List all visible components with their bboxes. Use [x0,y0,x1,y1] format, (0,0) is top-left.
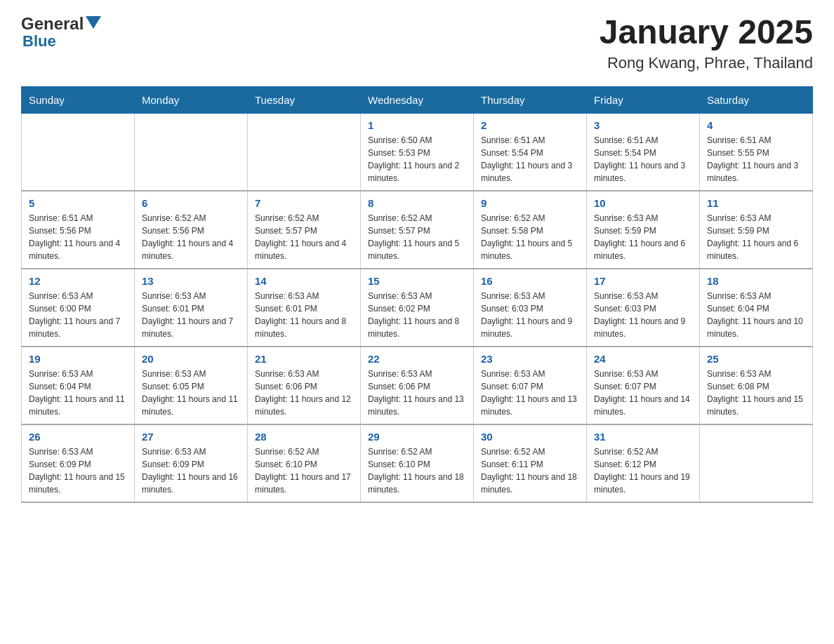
day-number: 13 [142,275,240,287]
calendar-cell: 11Sunrise: 6:53 AMSunset: 5:59 PMDayligh… [700,191,813,269]
day-info: Sunrise: 6:52 AMSunset: 5:57 PMDaylight:… [368,212,466,262]
day-number: 16 [481,275,579,287]
day-info: Sunrise: 6:53 AMSunset: 6:07 PMDaylight:… [594,368,692,418]
logo-general-text: General [21,14,84,34]
calendar-cell: 12Sunrise: 6:53 AMSunset: 6:00 PMDayligh… [22,269,135,347]
day-number: 22 [368,353,466,365]
day-number: 4 [707,119,805,131]
calendar-cell: 30Sunrise: 6:52 AMSunset: 6:11 PMDayligh… [474,424,587,502]
calendar-cell [248,113,361,191]
calendar-cell: 9Sunrise: 6:52 AMSunset: 5:58 PMDaylight… [474,191,587,269]
day-number: 12 [29,275,127,287]
calendar-cell: 18Sunrise: 6:53 AMSunset: 6:04 PMDayligh… [700,269,813,347]
day-number: 24 [594,353,692,365]
day-info: Sunrise: 6:53 AMSunset: 6:01 PMDaylight:… [255,290,353,340]
calendar-table: SundayMondayTuesdayWednesdayThursdayFrid… [21,86,813,503]
day-info: Sunrise: 6:51 AMSunset: 5:55 PMDaylight:… [707,134,805,185]
day-info: Sunrise: 6:53 AMSunset: 6:09 PMDaylight:… [29,445,127,496]
day-number: 1 [368,119,466,131]
day-info: Sunrise: 6:51 AMSunset: 5:54 PMDaylight:… [594,134,692,185]
calendar-cell: 25Sunrise: 6:53 AMSunset: 6:08 PMDayligh… [700,347,813,424]
day-info: Sunrise: 6:52 AMSunset: 6:10 PMDaylight:… [255,445,353,496]
day-number: 18 [707,275,805,287]
calendar-cell: 1Sunrise: 6:50 AMSunset: 5:53 PMDaylight… [361,113,474,191]
day-info: Sunrise: 6:53 AMSunset: 6:02 PMDaylight:… [368,290,466,340]
day-info: Sunrise: 6:53 AMSunset: 6:04 PMDaylight:… [707,290,805,340]
day-number: 19 [29,353,127,365]
header-cell-monday: Monday [135,86,248,113]
day-info: Sunrise: 6:53 AMSunset: 5:59 PMDaylight:… [707,212,805,262]
day-number: 15 [368,275,466,287]
header-cell-tuesday: Tuesday [248,86,361,113]
day-info: Sunrise: 6:53 AMSunset: 5:59 PMDaylight:… [594,212,692,262]
calendar-cell: 4Sunrise: 6:51 AMSunset: 5:55 PMDaylight… [700,113,813,191]
day-number: 3 [594,119,692,131]
day-info: Sunrise: 6:53 AMSunset: 6:08 PMDaylight:… [707,368,805,418]
day-number: 20 [142,353,240,365]
day-info: Sunrise: 6:53 AMSunset: 6:03 PMDaylight:… [481,290,579,340]
day-info: Sunrise: 6:53 AMSunset: 6:00 PMDaylight:… [29,290,127,340]
day-number: 7 [255,197,353,209]
page-header: General Blue January 2025 Rong Kwang, Ph… [21,14,813,72]
calendar-cell [22,113,135,191]
calendar-cell: 13Sunrise: 6:53 AMSunset: 6:01 PMDayligh… [135,269,248,347]
day-number: 17 [594,275,692,287]
calendar-week-row: 26Sunrise: 6:53 AMSunset: 6:09 PMDayligh… [22,424,813,502]
day-info: Sunrise: 6:52 AMSunset: 5:58 PMDaylight:… [481,212,579,262]
title-block: January 2025 Rong Kwang, Phrae, Thailand [600,14,813,72]
calendar-cell: 17Sunrise: 6:53 AMSunset: 6:03 PMDayligh… [587,269,700,347]
day-number: 26 [29,431,127,443]
header-cell-saturday: Saturday [700,86,813,113]
calendar-cell: 29Sunrise: 6:52 AMSunset: 6:10 PMDayligh… [361,424,474,502]
day-number: 14 [255,275,353,287]
day-info: Sunrise: 6:52 AMSunset: 6:10 PMDaylight:… [368,445,466,496]
day-number: 27 [142,431,240,443]
calendar-cell: 26Sunrise: 6:53 AMSunset: 6:09 PMDayligh… [22,424,135,502]
calendar-week-row: 5Sunrise: 6:51 AMSunset: 5:56 PMDaylight… [22,191,813,269]
calendar-cell: 5Sunrise: 6:51 AMSunset: 5:56 PMDaylight… [22,191,135,269]
calendar-cell: 16Sunrise: 6:53 AMSunset: 6:03 PMDayligh… [474,269,587,347]
day-info: Sunrise: 6:50 AMSunset: 5:53 PMDaylight:… [368,134,466,185]
day-number: 9 [481,197,579,209]
day-info: Sunrise: 6:53 AMSunset: 6:01 PMDaylight:… [142,290,240,340]
day-number: 29 [368,431,466,443]
day-number: 31 [594,431,692,443]
calendar-cell: 8Sunrise: 6:52 AMSunset: 5:57 PMDaylight… [361,191,474,269]
calendar-cell [700,424,813,502]
calendar-cell: 27Sunrise: 6:53 AMSunset: 6:09 PMDayligh… [135,424,248,502]
day-info: Sunrise: 6:53 AMSunset: 6:07 PMDaylight:… [481,368,579,418]
location-title: Rong Kwang, Phrae, Thailand [600,54,813,72]
day-info: Sunrise: 6:51 AMSunset: 5:54 PMDaylight:… [481,134,579,185]
calendar-cell: 23Sunrise: 6:53 AMSunset: 6:07 PMDayligh… [474,347,587,424]
day-info: Sunrise: 6:52 AMSunset: 5:56 PMDaylight:… [142,212,240,262]
calendar-cell: 19Sunrise: 6:53 AMSunset: 6:04 PMDayligh… [22,347,135,424]
logo-blue-text: Blue [22,32,56,51]
day-info: Sunrise: 6:52 AMSunset: 5:57 PMDaylight:… [255,212,353,262]
day-info: Sunrise: 6:51 AMSunset: 5:56 PMDaylight:… [29,212,127,262]
day-number: 11 [707,197,805,209]
calendar-week-row: 1Sunrise: 6:50 AMSunset: 5:53 PMDaylight… [22,113,813,191]
day-info: Sunrise: 6:52 AMSunset: 6:12 PMDaylight:… [594,445,692,496]
calendar-cell: 3Sunrise: 6:51 AMSunset: 5:54 PMDaylight… [587,113,700,191]
day-info: Sunrise: 6:52 AMSunset: 6:11 PMDaylight:… [481,445,579,496]
logo-triangle-icon [86,16,101,29]
month-title: January 2025 [600,14,813,51]
calendar-cell: 20Sunrise: 6:53 AMSunset: 6:05 PMDayligh… [135,347,248,424]
calendar-cell: 14Sunrise: 6:53 AMSunset: 6:01 PMDayligh… [248,269,361,347]
calendar-cell: 2Sunrise: 6:51 AMSunset: 5:54 PMDaylight… [474,113,587,191]
calendar-header-row: SundayMondayTuesdayWednesdayThursdayFrid… [22,86,813,113]
calendar-cell: 6Sunrise: 6:52 AMSunset: 5:56 PMDaylight… [135,191,248,269]
calendar-cell: 28Sunrise: 6:52 AMSunset: 6:10 PMDayligh… [248,424,361,502]
day-info: Sunrise: 6:53 AMSunset: 6:06 PMDaylight:… [255,368,353,418]
day-info: Sunrise: 6:53 AMSunset: 6:03 PMDaylight:… [594,290,692,340]
calendar-cell: 31Sunrise: 6:52 AMSunset: 6:12 PMDayligh… [587,424,700,502]
calendar-cell: 24Sunrise: 6:53 AMSunset: 6:07 PMDayligh… [587,347,700,424]
calendar-cell: 22Sunrise: 6:53 AMSunset: 6:06 PMDayligh… [361,347,474,424]
day-number: 6 [142,197,240,209]
day-info: Sunrise: 6:53 AMSunset: 6:04 PMDaylight:… [29,368,127,418]
header-cell-friday: Friday [587,86,700,113]
header-cell-sunday: Sunday [22,86,135,113]
day-number: 10 [594,197,692,209]
calendar-cell [135,113,248,191]
calendar-cell: 21Sunrise: 6:53 AMSunset: 6:06 PMDayligh… [248,347,361,424]
